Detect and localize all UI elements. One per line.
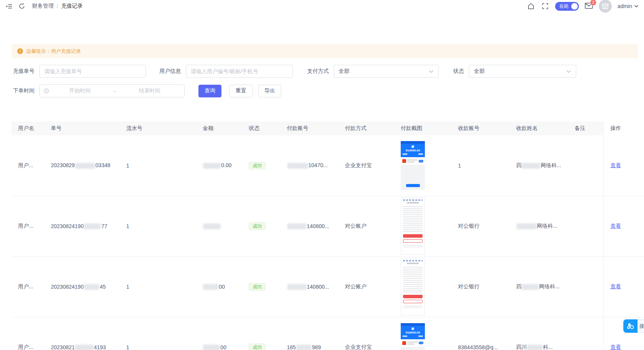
column-header-2: 单号 [44,122,120,135]
breadcrumb-parent[interactable]: 财务管理 [32,3,54,10]
column-header-10: 收款姓名 [510,122,568,135]
netdisk-cloud-icon[interactable] [623,319,637,333]
view-link[interactable]: 查看 [610,344,621,350]
status-select[interactable]: 全部 [469,65,576,78]
cell-serial-no: 1 [120,317,197,350]
notice-alert-text: 温馨提示：用户充值记录 [26,48,81,55]
sidebar-fold-icon[interactable] [5,2,13,10]
redacted-block [516,223,536,229]
redacted-block [522,284,539,290]
text-fragment: 网络科... [539,283,560,289]
receipt-title [407,263,419,264]
alipay-header: ¥14000.00 [401,144,425,157]
status-value: 全部 [474,68,485,75]
pay-method-select[interactable]: 全部 [334,65,439,78]
phone-statusbar [403,199,423,201]
text-fragment: 网络科... [537,223,557,229]
cell-pay-method: 企业支付宝 [339,317,395,350]
cell-pay-method: 企业支付宝 [339,135,395,196]
text-fragment: 10470... [308,162,328,168]
netdisk-float-widget[interactable]: 接 [623,319,644,333]
cell-amount: 00 [196,317,242,350]
cell-payer-account: 10470... [280,135,339,196]
cell-status: 成功 [242,135,280,196]
view-link[interactable]: 查看 [610,223,621,229]
screenshot-amount: ¥16600.00 [401,331,425,334]
search-button[interactable]: 查询 [198,85,221,97]
reset-button[interactable]: 重置 [229,85,252,97]
avatar[interactable] [599,0,612,13]
phone-statusbar [401,141,425,144]
phone-statusbar [403,260,423,261]
text-fragment: 20230821 [51,344,75,350]
payment-screenshot-thumbnail[interactable]: ¥14000.00 [401,141,425,190]
cell-order-no: 2023082903348 [44,135,120,196]
cell-amount: 00 [196,256,242,317]
cell-order-no: 2023082419077 [44,196,120,256]
order-time-range-picker[interactable]: 开始时间 – 结束时间 [39,84,185,97]
column-header-3: 流水号 [120,122,197,135]
text-fragment: 00 [220,344,226,350]
warning-icon: ! [17,48,23,54]
cell-actions: 查看 [604,135,644,196]
cell-amount: 0.00 [196,135,242,196]
payment-screenshot-thumbnail[interactable]: ¥16600.00 [401,323,425,350]
view-link[interactable]: 查看 [610,162,621,168]
column-header-6: 付款账号 [280,122,339,135]
cell-payee-name: 网络科... [510,196,568,256]
merchant-icon [402,341,406,345]
fullscreen-icon[interactable] [541,2,549,10]
redacted-block [296,345,311,350]
confirm-chip [419,342,423,344]
payment-screenshot-thumbnail[interactable] [401,258,425,315]
chevron-down-icon [429,70,434,73]
cell-status: 成功 [242,256,280,317]
cell-payment-screenshot: ¥14000.00 [394,135,451,196]
clock-icon [44,88,49,94]
text-fragment: 989 [312,344,321,350]
cell-order-no: 2023082419045 [44,256,120,317]
status-label: 状态 [453,68,464,75]
text-fragment: 140800... [307,223,329,229]
cell-payee-name: 四网络科... [510,256,568,317]
alipay-body [401,339,425,347]
redacted-block [287,223,306,229]
cell-serial-no: 1 [120,196,197,256]
redacted-block [84,284,99,290]
refresh-icon[interactable] [18,2,26,10]
pay-method-value: 全部 [339,68,349,75]
home-icon[interactable] [527,2,535,10]
receipt-detail-lines [403,266,423,293]
filter-row-2: 下单时间 开始时间 – 结束时间 查询 重置 导出 [11,84,638,104]
cell-payment-screenshot [394,196,451,256]
cell-serial-no: 1 [120,256,197,317]
cell-actions: 查看 [604,256,644,317]
duty-status-toggle[interactable]: 在岗 [555,2,579,11]
topbar: 财务管理 / 充值记录 在岗 3 [0,0,644,12]
receipt-primary-button [403,234,423,238]
recharge-no-input[interactable] [44,68,141,74]
netdisk-panel-partial[interactable]: 接 [637,319,644,333]
duty-status-label: 在岗 [559,3,569,10]
user-info-input-wrap [186,65,293,78]
status-badge: 成功 [249,283,265,291]
cell-serial-no: 1 [120,135,197,196]
records-table: 用户名单号流水号金额状态付款账号付款方式付款截图收款账号收款姓名备注操作 用户.… [11,122,644,350]
cell-remark [568,196,604,256]
user-menu[interactable]: admin [618,3,639,9]
order-time-label: 下单时间 [11,87,34,94]
redacted-block [203,284,218,290]
redacted-block [75,163,95,169]
breadcrumb: 财务管理 / 充值记录 [32,3,83,10]
export-button[interactable]: 导出 [258,85,281,97]
breadcrumb-separator: / [57,3,58,9]
redacted-block [287,163,308,169]
messages-button[interactable]: 3 [585,2,593,11]
text-fragment: 四川 [516,344,527,350]
payment-screenshot-thumbnail[interactable] [401,197,425,255]
user-info-input[interactable] [191,68,288,74]
merchant-icon [402,159,406,163]
column-header-11: 备注 [568,122,604,135]
redacted-block [522,163,540,169]
view-link[interactable]: 查看 [610,283,621,289]
